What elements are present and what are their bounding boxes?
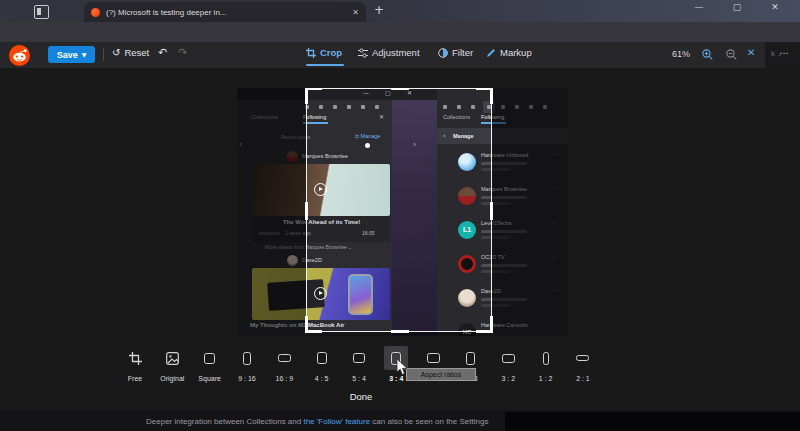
tab-actions-icon[interactable] [34,5,49,19]
reset-button[interactable]: ↺ Reset [112,47,149,58]
save-button[interactable]: Save▼ [48,46,95,63]
crop-handle-bottom[interactable] [391,330,409,333]
reddit-favicon-icon [91,8,100,17]
crop-handle-bottom-left[interactable] [305,316,322,333]
free-crop-icon [129,352,142,365]
browser-navbar: ← → ↻ ⌂ https://www.reddit.com/r/Microso… [0,22,800,42]
crop-handle-top-left[interactable] [305,88,322,104]
aspect-2-1[interactable]: 2 : 1 [565,346,601,386]
background-page-fragment: k ⌄ [771,49,782,58]
tab-filter[interactable]: Filter [438,47,473,58]
undo-icon[interactable]: ↶ [158,46,167,59]
tab-adjustment[interactable]: Adjustment [358,47,420,58]
editor-canvas: — ▢ ✕ Collections Following ✕ Recent pos… [0,68,800,410]
filter-icon [438,48,448,58]
aspect-5-4[interactable]: 5 : 4 [341,346,377,386]
aspect-4-5[interactable]: 4 : 5 [304,346,340,386]
edited-image: — ▢ ✕ Collections Following ✕ Recent pos… [237,88,568,336]
chevron-down-icon: ▼ [82,51,87,58]
background-image-block [505,412,800,431]
tab-close-icon[interactable]: ✕ [352,8,359,17]
redo-icon[interactable]: ↶ [178,46,187,59]
crop-dim-right [492,88,568,336]
aspect-16-9[interactable]: 16 : 9 [266,346,302,386]
aspect-free[interactable]: Free [117,346,153,386]
original-image-icon [166,352,179,365]
adjustment-icon [358,48,368,58]
zoom-in-icon[interactable] [702,49,713,60]
crop-handle-left[interactable] [305,202,308,220]
markup-pen-icon [486,48,496,58]
crop-handle-top[interactable] [391,88,409,90]
crop-dim-left [237,88,307,336]
aspect-square[interactable]: Square [192,346,228,386]
aspect-3-2[interactable]: 3 : 2 [490,346,526,386]
crop-icon [306,48,316,58]
background-page-text: Deeper integration between Collections a… [146,417,488,426]
toolbar-divider [103,48,104,61]
reddit-logo-icon [9,45,30,66]
aspect-9-16[interactable]: 9 : 16 [229,346,265,386]
crop-handle-top-right[interactable] [476,88,493,104]
crop-selection[interactable] [306,88,492,332]
screenshot-root: (?) Microsoft is testing deeper in... ✕ … [0,0,800,431]
aspect-1-2[interactable]: 1 : 2 [528,346,564,386]
follow-feature-link[interactable]: the 'Follow' feature [303,417,370,426]
crop-handle-bottom-right[interactable] [476,316,493,333]
new-tab-button[interactable]: + [374,3,384,17]
reset-icon: ↺ [112,47,120,58]
editor-close-icon[interactable]: ✕ [747,47,755,58]
window-maximize-icon[interactable]: ▢ [724,2,750,12]
tab-crop[interactable]: Crop [306,47,342,58]
window-minimize-icon[interactable]: — [686,2,712,12]
browser-tab[interactable]: (?) Microsoft is testing deeper in... ✕ [84,2,366,22]
tab-title: (?) Microsoft is testing deeper in... [106,8,348,17]
zoom-level: 61% [672,49,690,59]
aspect-ratio-bar: Free Original Square 9 : 16 16 : 9 4 : 5 [117,346,601,386]
zoom-out-icon[interactable] [726,49,737,60]
window-close-icon[interactable]: ✕ [762,2,788,12]
aspect-original[interactable]: Original [154,346,190,386]
aspect-tooltip: Aspect ratios [406,368,476,381]
tab-crop-underline [306,64,344,66]
mouse-cursor [396,359,408,376]
done-button[interactable]: Done [330,391,392,407]
browser-titlebar: (?) Microsoft is testing deeper in... ✕ … [0,0,800,22]
tab-markup[interactable]: Markup [486,47,532,58]
crop-handle-right[interactable] [490,202,493,220]
